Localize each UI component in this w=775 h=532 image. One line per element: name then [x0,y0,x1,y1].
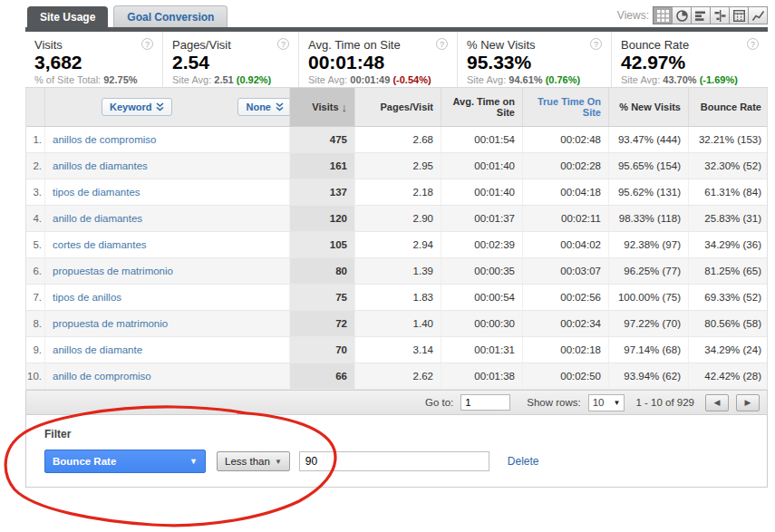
keyword-link[interactable]: propuesta de matrimonio [44,311,289,336]
cell-visits: 66 [289,363,354,389]
cell-new-visits: 100.00% (75) [608,285,688,310]
metric-subtext: Site Avg: 94.61% (0.76%) [467,74,602,85]
views-label: Views: [617,9,649,22]
metric-title: Avg. Time on Site [308,38,401,52]
cell-new-visits: 96.25% (77) [608,258,688,284]
table-row: 3. tipos de diamantes 137 2.18 00:01:40 … [26,179,767,206]
table-row: 4. anillo de diamantes 120 2.90 00:01:37… [26,206,767,232]
help-icon[interactable]: ? [277,38,289,50]
row-rank: 1. [26,127,44,152]
row-rank: 10. [26,363,44,389]
tab-site-usage[interactable]: Site Usage [27,6,108,27]
dropdown-chevrons-icon [156,102,164,111]
filter-value-input[interactable] [299,451,489,471]
filter-field-dropdown[interactable]: Bounce Rate ▼ [44,450,206,473]
pivot-view-icon[interactable] [729,6,749,24]
row-rank: 8. [26,311,44,336]
help-icon[interactable]: ? [436,38,448,50]
cell-visits: 475 [289,127,354,152]
show-rows-label: Show rows: [527,397,580,408]
keyword-link[interactable]: anillo de compromiso [44,363,289,389]
keyword-link[interactable]: tipos de anillos [44,285,289,310]
keywords-table: Keyword None Visits↓ Pages/Visit Avg. Ti… [25,88,768,390]
cell-visits: 80 [289,258,354,284]
table-row: 5. cortes de diamantes 105 2.94 00:02:39… [26,232,767,258]
tab-goal-conversion[interactable]: Goal Conversion [113,5,228,27]
keyword-link[interactable]: anillos de diamante [44,337,289,363]
keyword-dimension-dropdown[interactable]: Keyword [102,98,172,116]
comparison-view-icon[interactable] [710,6,730,24]
column-header-avg-time[interactable]: Avg. Time on Site [441,88,522,126]
metric-value: 00:01:48 [308,52,448,73]
metric-subtext: % of Site Total: 92.75% [34,74,153,85]
cell-avg-time: 00:01:37 [441,206,522,231]
cell-pages-visit: 1.39 [354,258,441,284]
keyword-link[interactable]: anillo de diamantes [44,206,289,231]
cell-new-visits: 97.22% (70) [608,311,688,336]
pie-view-icon[interactable] [672,6,692,24]
filter-condition-dropdown[interactable]: Less than ▼ [217,451,290,471]
column-header-new-visits[interactable]: % New Visits [608,88,688,126]
filter-panel: Filter Bounce Rate ▼ Less than ▼ Delete [25,415,768,488]
report-content: Site Usage Goal Conversion Views: [25,4,768,488]
cell-true-time: 00:02:28 [522,153,608,179]
column-header-visits[interactable]: Visits↓ [289,88,354,126]
cell-bounce-rate: 61.31% (84) [688,179,769,205]
views-toolbar: Views: [617,6,768,24]
table-row: 9. anillos de diamante 70 3.14 00:01:31 … [26,337,767,363]
cell-true-time: 00:02:34 [522,311,608,336]
column-header-bounce-rate[interactable]: Bounce Rate [688,88,769,126]
cell-bounce-rate: 32.21% (153) [688,127,769,152]
bar-view-icon[interactable] [691,6,711,24]
keyword-link[interactable]: propuestas de matrimonio [44,258,289,284]
keyword-link[interactable]: anillos de diamantes [44,153,289,179]
filter-title: Filter [44,428,767,440]
cell-avg-time: 00:01:31 [441,337,522,363]
cell-pages-visit: 1.40 [354,311,441,336]
cell-new-visits: 97.14% (68) [608,337,688,363]
help-icon[interactable]: ? [747,38,759,50]
metric-value: 3,682 [34,52,153,73]
cell-true-time: 00:02:56 [522,285,608,310]
row-rank: 3. [26,179,44,205]
cell-new-visits: 93.94% (62) [608,363,688,389]
cell-new-visits: 95.62% (131) [608,179,688,205]
metric-pages-visit: Pages/Visit? 2.54 Site Avg: 2.51 (0.92%) [163,32,299,87]
help-icon[interactable]: ? [590,38,602,50]
trend-view-icon[interactable] [748,6,768,24]
table-view-icon[interactable] [653,6,673,24]
metric-value: 42.97% [621,52,759,73]
row-rank: 2. [26,153,44,179]
goto-label: Go to: [425,397,453,408]
cell-pages-visit: 3.14 [354,337,441,363]
tab-strip: Site Usage Goal Conversion Views: [25,4,768,27]
keyword-link[interactable]: cortes de diamantes [44,232,289,257]
goto-page-input[interactable] [460,394,510,411]
keyword-link[interactable]: tipos de diamantes [44,179,289,205]
next-page-button[interactable]: ▶ [736,394,760,411]
metric-new-visits: % New Visits? 95.33% Site Avg: 94.61% (0… [458,32,612,87]
dropdown-chevrons-icon [276,102,284,111]
cell-pages-visit: 1.83 [354,285,441,310]
keyword-link[interactable]: anillos de compromiso [44,127,289,152]
cell-visits: 70 [289,337,354,363]
cell-new-visits: 98.33% (118) [608,206,688,231]
metric-visits: Visits? 3,682 % of Site Total: 92.75% [25,32,163,87]
cell-pages-visit: 2.95 [354,153,441,179]
table-row: 10. anillo de compromiso 66 2.62 00:01:3… [26,363,767,390]
column-header-pages-visit[interactable]: Pages/Visit [354,88,441,126]
prev-page-button[interactable]: ◀ [705,394,729,411]
show-rows-select[interactable]: 10▼ [588,394,625,411]
cell-pages-visit: 2.94 [354,232,441,257]
column-header-true-time[interactable]: True Time On Site [522,88,608,126]
filter-delete-link[interactable]: Delete [508,455,539,468]
cell-avg-time: 00:01:54 [441,127,522,152]
row-rank: 4. [26,206,44,231]
row-rank: 9. [26,337,44,363]
sort-descending-icon: ↓ [342,101,348,114]
cell-avg-time: 00:00:30 [441,311,522,336]
cell-bounce-rate: 34.29% (24) [688,337,769,363]
secondary-dimension-dropdown[interactable]: None [237,98,292,116]
cell-bounce-rate: 69.33% (52) [688,285,769,310]
help-icon[interactable]: ? [141,38,153,50]
